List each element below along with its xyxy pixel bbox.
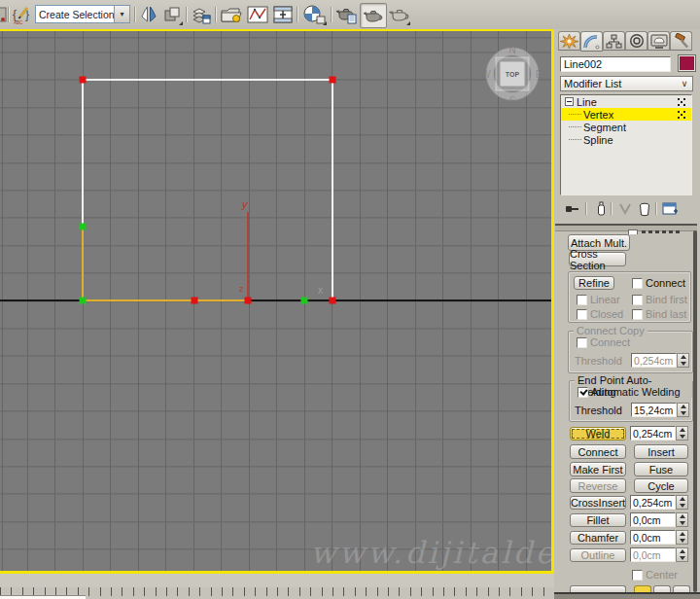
spline-vertex[interactable] bbox=[80, 224, 87, 230]
open-folder-light-icon[interactable] bbox=[219, 3, 244, 26]
spline-vertex[interactable] bbox=[245, 298, 252, 304]
curve-editor-icon[interactable] bbox=[245, 3, 270, 26]
make-first-button[interactable]: Make First bbox=[570, 462, 626, 476]
spline-vertex[interactable] bbox=[192, 298, 198, 304]
spinner-arrows[interactable] bbox=[676, 512, 688, 527]
tab-display[interactable] bbox=[648, 31, 670, 51]
viewcube-east-label[interactable]: E bbox=[536, 69, 542, 80]
spinner-arrows[interactable] bbox=[676, 530, 688, 545]
cross-insert-button[interactable]: CrossInsert bbox=[570, 496, 626, 510]
closed-checkbox[interactable] bbox=[577, 309, 587, 320]
rendered-frame-window-icon[interactable] bbox=[360, 3, 387, 28]
tab-utilities[interactable] bbox=[670, 31, 692, 51]
weld-button[interactable]: Weld bbox=[570, 427, 626, 440]
cross-insert-spinner[interactable]: 0,254cm bbox=[630, 495, 688, 510]
fillet-spinner[interactable]: 0,0cm bbox=[630, 512, 688, 527]
viewcube-west-label[interactable]: W bbox=[481, 69, 491, 80]
tab-modify[interactable] bbox=[580, 31, 603, 52]
weld-threshold-spinner[interactable]: 0,254cm bbox=[630, 426, 688, 440]
bind-last-checkbox[interactable] bbox=[632, 309, 643, 320]
spline-vertex[interactable] bbox=[330, 77, 336, 84]
chamfer-spinner[interactable]: 0,0cm bbox=[630, 530, 688, 545]
center-checkbox[interactable] bbox=[632, 570, 643, 581]
connect-button[interactable]: Connect bbox=[570, 444, 626, 459]
fuse-button[interactable]: Fuse bbox=[634, 462, 688, 476]
stack-row-vertex[interactable]: Vertex bbox=[561, 108, 691, 121]
spin-up-icon[interactable] bbox=[680, 532, 685, 536]
spline-vertex[interactable] bbox=[330, 298, 336, 304]
spin-down-icon[interactable] bbox=[681, 411, 686, 415]
spinner-arrows[interactable] bbox=[676, 426, 688, 440]
configure-modifier-sets-icon[interactable] bbox=[661, 200, 679, 218]
refine-button[interactable]: Refine bbox=[574, 276, 614, 290]
rollout-scrollbar[interactable] bbox=[693, 230, 697, 592]
show-end-result-icon[interactable] bbox=[593, 200, 611, 218]
viewcube-south-label[interactable]: S bbox=[509, 95, 516, 106]
viewport-top[interactable]: y z x N W E S TOP www.dijitalde bbox=[0, 29, 554, 574]
pin-stack-icon[interactable] bbox=[564, 200, 581, 218]
mirror-icon[interactable] bbox=[137, 3, 160, 26]
spin-up-icon[interactable] bbox=[680, 428, 685, 432]
fillet-button[interactable]: Fillet bbox=[570, 513, 626, 527]
viewcube-north-label[interactable]: N bbox=[508, 45, 515, 55]
align-icon[interactable] bbox=[160, 3, 184, 26]
edit-named-selection-sets-icon[interactable]: {} ABC bbox=[11, 3, 34, 26]
linear-checkbox[interactable] bbox=[577, 295, 587, 305]
collapse-minus-icon[interactable] bbox=[565, 97, 574, 106]
layer-manager-icon[interactable] bbox=[190, 3, 213, 26]
spinner-value[interactable]: 0,0cm bbox=[630, 547, 676, 562]
outline-spinner[interactable]: 0,0cm bbox=[630, 547, 688, 562]
viewcube-face-label[interactable]: TOP bbox=[506, 71, 520, 78]
spinner-value[interactable]: 0,0cm bbox=[630, 530, 676, 545]
spinner-value[interactable]: 0,254cm bbox=[631, 353, 677, 368]
object-color-swatch[interactable] bbox=[678, 54, 696, 72]
viewcube[interactable]: N W E S TOP bbox=[478, 40, 546, 108]
tab-create[interactable] bbox=[558, 31, 580, 51]
remove-modifier-icon[interactable] bbox=[636, 200, 653, 218]
chevron-down-icon[interactable]: ▾ bbox=[114, 6, 129, 22]
cycle-button[interactable]: Cycle bbox=[634, 478, 688, 493]
spline-vertex[interactable] bbox=[80, 298, 87, 304]
spin-up-icon[interactable] bbox=[681, 405, 686, 408]
spin-up-icon[interactable] bbox=[680, 514, 685, 518]
render-setup-icon[interactable] bbox=[334, 3, 358, 26]
connect-checkbox[interactable] bbox=[632, 278, 643, 289]
spin-down-icon[interactable] bbox=[680, 521, 685, 525]
spinner-arrows[interactable] bbox=[676, 547, 688, 562]
chamfer-button[interactable]: Chamfer bbox=[570, 531, 626, 545]
spinner-value[interactable]: 15,24cm bbox=[631, 403, 677, 417]
spin-up-icon[interactable] bbox=[680, 549, 685, 553]
spinner-arrows[interactable] bbox=[676, 495, 688, 510]
spinner-value[interactable]: 0,254cm bbox=[630, 426, 676, 440]
outline-button[interactable]: Outline bbox=[570, 548, 626, 562]
connect-copy-threshold-spinner[interactable]: 0,254cm bbox=[631, 353, 689, 368]
stack-row-spline[interactable]: Spline bbox=[561, 133, 691, 146]
tab-hierarchy[interactable] bbox=[603, 31, 625, 51]
spinner-arrows[interactable] bbox=[677, 403, 689, 417]
stack-row-line[interactable]: Line bbox=[561, 95, 691, 108]
spin-down-icon[interactable] bbox=[680, 435, 685, 439]
spinner-arrows[interactable] bbox=[677, 353, 689, 368]
spin-down-icon[interactable] bbox=[680, 504, 685, 508]
auto-weld-threshold-spinner[interactable]: 15,24cm bbox=[631, 403, 689, 417]
spinner-value[interactable]: 0,0cm bbox=[630, 512, 676, 527]
spin-up-icon[interactable] bbox=[680, 497, 685, 501]
spline-vertex[interactable] bbox=[301, 298, 308, 304]
material-editor-icon[interactable] bbox=[300, 3, 328, 26]
insert-button[interactable]: Insert bbox=[634, 444, 688, 459]
automatic-welding-checkbox[interactable] bbox=[578, 387, 588, 398]
clipped-toolbar-icon[interactable] bbox=[0, 3, 8, 26]
bind-first-checkbox[interactable] bbox=[632, 295, 643, 305]
reverse-button[interactable]: Reverse bbox=[570, 478, 626, 493]
named-selection-set-combobox[interactable]: Create Selection Se ▾ bbox=[35, 5, 130, 23]
make-unique-icon[interactable] bbox=[616, 200, 634, 218]
modifier-list-dropdown[interactable]: Modifier List ∨ bbox=[560, 76, 693, 91]
connect-copy-checkbox[interactable] bbox=[577, 337, 587, 348]
spin-down-icon[interactable] bbox=[680, 539, 685, 543]
quick-render-icon[interactable] bbox=[388, 3, 411, 26]
schematic-view-icon[interactable] bbox=[271, 3, 295, 26]
object-name-field[interactable]: Line002 bbox=[560, 56, 671, 72]
cross-section-button[interactable]: Cross Section bbox=[569, 252, 626, 266]
spin-down-icon[interactable] bbox=[681, 362, 686, 366]
spinner-value[interactable]: 0,254cm bbox=[630, 495, 676, 510]
